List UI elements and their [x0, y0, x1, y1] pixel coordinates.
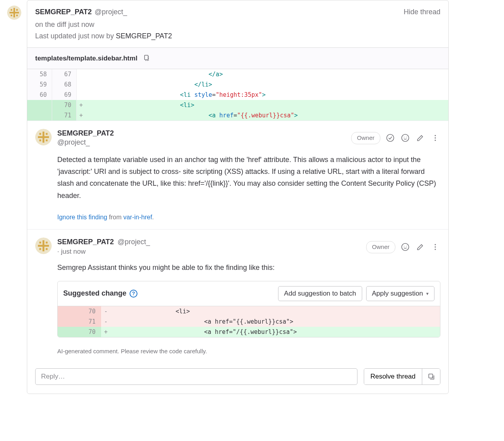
thread-meta-1: on the diff just now: [35, 19, 404, 30]
owner-badge: Owner: [351, 132, 380, 144]
diff-row: 5968 </li>: [27, 79, 448, 90]
comment-actions: Owner: [351, 132, 440, 144]
add-to-batch-button[interactable]: Add suggestion to batch: [278, 286, 362, 301]
edit-icon[interactable]: [415, 242, 425, 252]
svg-rect-27: [39, 248, 41, 250]
owner-badge: Owner: [366, 241, 395, 253]
suggestion-row: 70+ <a href="/{{.weburl}}csa">: [58, 327, 440, 337]
suggestion-row: 70- <li>: [58, 306, 440, 317]
ai-note: AI-generated comment. Please review the …: [57, 347, 440, 356]
avatar: [35, 129, 52, 148]
svg-rect-12: [46, 133, 48, 135]
svg-point-19: [434, 135, 436, 136]
more-icon[interactable]: [430, 133, 440, 143]
rule-link[interactable]: var-in-href: [123, 214, 152, 220]
comment-assistant: SEMGREP_PAT2 @project_ · just now Owner: [27, 229, 448, 363]
svg-rect-25: [39, 241, 41, 243]
comment-finding: SEMGREP_PAT2 @project_ Owner: [27, 121, 448, 229]
file-path-header: templates/template.sidebar.html: [27, 47, 448, 70]
resolve-check-icon[interactable]: [385, 133, 395, 143]
comment-handle[interactable]: @project_: [57, 138, 90, 146]
svg-point-18: [406, 137, 407, 138]
suggestion-row: 71- <a href="{{.weburl}}csa">: [58, 317, 440, 327]
svg-rect-2: [9, 12, 19, 13]
thread-footer: Resolve thread: [27, 363, 448, 394]
svg-point-21: [434, 140, 436, 141]
resolve-dropdown-icon[interactable]: [422, 369, 440, 384]
svg-point-17: [404, 137, 404, 138]
resolve-thread-button[interactable]: Resolve thread: [364, 369, 422, 384]
suggested-change: Suggested change ? Add suggestion to bat…: [57, 281, 440, 337]
svg-rect-10: [38, 136, 49, 138]
emoji-icon[interactable]: [400, 242, 410, 252]
svg-rect-28: [46, 248, 48, 250]
author-line: SEMGREP_PAT2 @project_: [35, 7, 404, 17]
finding-body: Detected a template variable used in an …: [57, 154, 440, 202]
svg-rect-11: [39, 133, 41, 135]
svg-point-20: [434, 138, 436, 139]
diff-row: 71+ <a href="{{.weburl}}csa">: [27, 110, 448, 121]
edit-icon[interactable]: [415, 133, 425, 143]
suggestion-diff: 70- <li>71- <a href="{{.weburl}}csa">70+…: [58, 306, 440, 337]
file-path[interactable]: templates/template.sidebar.html: [35, 53, 137, 64]
svg-rect-13: [39, 139, 41, 141]
comment-author: SEMGREP_PAT2: [57, 238, 114, 246]
ignore-finding-link[interactable]: Ignore this finding: [57, 214, 107, 220]
emoji-icon[interactable]: [400, 133, 410, 143]
comment-handle[interactable]: @project_: [117, 238, 150, 246]
code-diff: 5867 </a>5968 </li>6069 <li style="heigh…: [27, 69, 448, 121]
svg-rect-14: [46, 139, 48, 141]
thread-meta-2: Last updated just now by SEMGREP_PAT2: [35, 30, 404, 42]
svg-rect-35: [429, 374, 433, 378]
svg-point-16: [402, 134, 409, 141]
thread-author: SEMGREP_PAT2: [35, 8, 92, 16]
suggested-change-title: Suggested change ?: [63, 288, 137, 299]
svg-rect-26: [46, 241, 48, 243]
svg-rect-3: [11, 9, 12, 11]
diff-row: 70+ <li>: [27, 100, 448, 110]
comment-author: SEMGREP_PAT2: [57, 129, 114, 137]
svg-point-30: [404, 246, 404, 247]
ignore-line: Ignore this finding from var-in-href.: [57, 213, 440, 222]
comment-time: · just now: [57, 247, 150, 257]
copy-path-icon[interactable]: [142, 54, 151, 62]
apply-suggestion-button[interactable]: Apply suggestion ▾: [366, 286, 434, 301]
svg-point-15: [387, 134, 394, 141]
thread-avatar: [6, 6, 22, 20]
chevron-down-icon: ▾: [426, 291, 429, 296]
help-icon[interactable]: ?: [130, 290, 137, 298]
svg-rect-24: [38, 245, 49, 247]
thread-header: SEMGREP_PAT2 @project_ on the diff just …: [27, 0, 448, 47]
comment-actions: Owner: [366, 241, 440, 253]
svg-point-33: [434, 247, 436, 248]
assistant-message: Semgrep Assistant thinks you might be ab…: [57, 262, 440, 273]
thread-handle[interactable]: @project_: [94, 8, 127, 16]
svg-point-32: [434, 244, 436, 245]
thread-card: SEMGREP_PAT2 @project_ on the diff just …: [27, 0, 449, 394]
more-icon[interactable]: [430, 242, 440, 252]
svg-rect-4: [16, 9, 18, 11]
svg-rect-5: [11, 15, 12, 16]
svg-point-34: [434, 249, 436, 250]
diff-row: 6069 <li style="height:35px">: [27, 90, 448, 100]
reply-input[interactable]: [35, 368, 357, 385]
hide-thread-button[interactable]: Hide thread: [404, 7, 440, 17]
svg-point-31: [406, 246, 407, 247]
diff-row: 5867 </a>: [27, 69, 448, 79]
svg-point-29: [402, 243, 409, 251]
svg-rect-6: [16, 15, 18, 16]
avatar: [35, 237, 52, 256]
svg-rect-7: [145, 55, 148, 60]
